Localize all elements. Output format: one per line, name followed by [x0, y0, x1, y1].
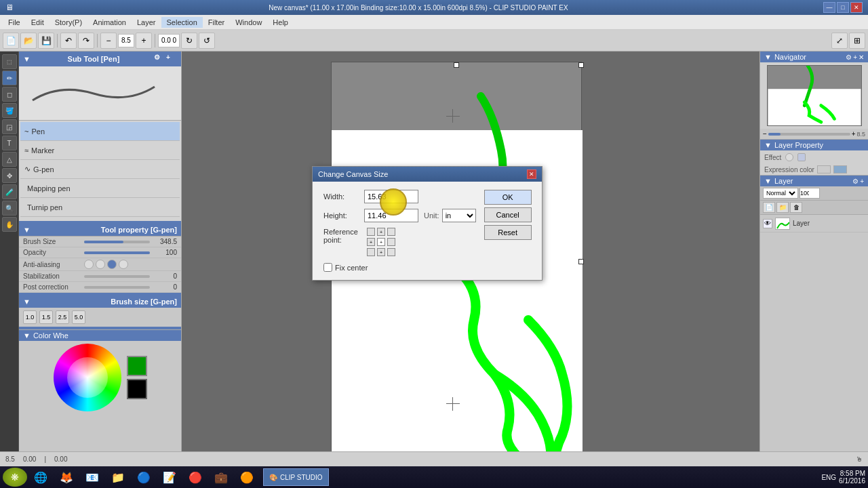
brush-item-marker[interactable]: ≈ Marker [20, 141, 180, 160]
eraser-tool[interactable]: ◻ [2, 87, 17, 102]
dialog-reset-button[interactable]: Reset [484, 225, 532, 240]
foreground-color[interactable] [127, 356, 147, 376]
bs-preset-4[interactable]: 5.0 [72, 310, 85, 324]
antialias-opt4[interactable] [119, 260, 128, 269]
dialog-close-button[interactable]: ✕ [527, 169, 536, 179]
expr-color-swatch1[interactable] [817, 165, 831, 174]
menu-selection[interactable]: Selection [161, 17, 203, 28]
layer-opacity-input[interactable] [800, 188, 820, 199]
handle-top[interactable] [454, 62, 459, 68]
move-tool[interactable]: ✥ [2, 168, 17, 183]
ref-pt-tl[interactable] [367, 228, 375, 236]
start-button[interactable]: ❋ [3, 468, 27, 487]
layer-visibility-icon[interactable]: 👁 [763, 219, 772, 228]
ref-pt-tr[interactable] [387, 228, 395, 236]
nav-add-btn[interactable]: + [853, 54, 857, 61]
layer-add-btn[interactable]: + [860, 178, 864, 185]
antialias-opt3[interactable] [107, 260, 117, 269]
dialog-unit-select[interactable]: in cm mm px [442, 209, 476, 222]
rotate-ccw-button[interactable]: ↺ [199, 33, 215, 49]
panels-button[interactable]: ⊞ [849, 33, 865, 49]
menu-filter[interactable]: Filter [203, 17, 230, 28]
fill-tool[interactable]: 🪣 [2, 103, 17, 118]
ref-pt-mr[interactable] [387, 238, 395, 246]
select-tool[interactable]: ⬚ [2, 54, 17, 69]
menu-story[interactable]: Story(P) [50, 17, 87, 28]
layer-settings-btn[interactable]: ⚙ [852, 178, 859, 185]
menu-edit[interactable]: Edit [26, 17, 50, 28]
antialias-opt1[interactable] [84, 260, 94, 269]
taskbar-app3[interactable]: 💼 [209, 468, 233, 487]
shape-tool[interactable]: △ [2, 152, 17, 167]
new-folder-btn[interactable]: 📁 [776, 202, 789, 213]
brush-item-mapping[interactable]: Mapping pen [20, 179, 180, 198]
dialog-cancel-button[interactable]: Cancel [484, 207, 532, 222]
rotate-cw-button[interactable]: ↻ [181, 33, 197, 49]
gradient-tool[interactable]: ◲ [2, 119, 17, 134]
angle-value[interactable]: 0.0 0 [158, 34, 180, 47]
taskbar-mail[interactable]: 📧 [80, 468, 104, 487]
ref-pt-bl[interactable] [367, 248, 375, 256]
nav-close-btn[interactable]: ✕ [859, 54, 864, 61]
prop-brush-size-slider[interactable] [84, 241, 150, 243]
zoom-in-button[interactable]: + [136, 33, 152, 49]
zoom-tool[interactable]: 🔍 [2, 201, 17, 216]
expr-color-swatch2[interactable] [833, 165, 847, 174]
menu-window[interactable]: Window [230, 17, 267, 28]
nav-zoom-out[interactable]: − [763, 130, 767, 138]
handle-top-right[interactable] [578, 62, 584, 68]
taskbar-files[interactable]: 📁 [106, 468, 130, 487]
handle-right[interactable] [578, 259, 584, 264]
taskbar-word[interactable]: 📝 [157, 468, 182, 487]
menu-file[interactable]: File [3, 17, 26, 28]
zoom-value[interactable]: 8.5 [118, 34, 134, 47]
undo-button[interactable]: ↶ [60, 33, 77, 49]
ref-pt-tc[interactable]: + [377, 228, 385, 236]
prop-postcorrect-slider[interactable] [84, 286, 150, 289]
taskbar-app4[interactable]: 🟠 [235, 468, 259, 487]
dialog-height-input[interactable] [364, 209, 418, 222]
redo-button[interactable]: ↷ [78, 33, 94, 49]
nav-zoom-in[interactable]: + [852, 130, 856, 138]
ref-pt-mc[interactable]: + [377, 238, 385, 246]
ref-pt-ml[interactable]: + [367, 238, 375, 246]
save-button[interactable]: 💾 [38, 33, 54, 49]
nav-settings-btn[interactable]: ⚙ [846, 54, 852, 61]
text-tool[interactable]: T [2, 136, 17, 150]
taskbar-firefox[interactable]: 🦊 [54, 468, 79, 487]
zoom-out-button[interactable]: − [100, 33, 117, 49]
menu-animation[interactable]: Animation [87, 17, 132, 28]
bs-preset-1[interactable]: 1.0 [23, 310, 37, 324]
minimize-button[interactable]: — [823, 2, 835, 13]
pen-tool[interactable]: ✏ [2, 70, 17, 85]
prop-opacity-slider[interactable] [84, 251, 150, 254]
sub-tool-add-btn[interactable]: + [166, 54, 177, 64]
ref-pt-br[interactable] [387, 248, 395, 256]
bs-preset-3[interactable]: 2.5 [56, 310, 69, 324]
prop-stab-slider[interactable] [84, 275, 150, 278]
brush-item-gpen[interactable]: ∿ G-pen [20, 160, 180, 179]
taskbar-chrome[interactable]: 🌐 [28, 468, 53, 487]
layer-blend-mode[interactable]: Normal [763, 188, 798, 199]
menu-help[interactable]: Help [267, 17, 294, 28]
open-button[interactable]: 📂 [20, 33, 37, 49]
eyedropper-tool[interactable]: 🧪 [2, 184, 17, 199]
taskbar-app1[interactable]: 🔵 [132, 468, 156, 487]
hand-tool[interactable]: ✋ [2, 217, 17, 232]
taskbar-active-app[interactable]: 🎨 CLIP STUDIO [263, 468, 329, 486]
dialog-width-input[interactable] [364, 190, 418, 203]
maximize-button[interactable]: □ [837, 2, 849, 13]
delete-layer-btn[interactable]: 🗑 [790, 202, 802, 213]
color-wheel[interactable] [54, 344, 121, 411]
antialias-opt2[interactable] [96, 260, 105, 269]
dialog-ok-button[interactable]: OK [484, 190, 532, 205]
brush-item-turnip[interactable]: Turnip pen [20, 198, 180, 217]
nav-zoom-slider[interactable] [768, 133, 850, 136]
new-file-button[interactable]: 📄 [3, 33, 19, 49]
ref-pt-bc[interactable]: + [377, 248, 385, 256]
fix-center-checkbox[interactable] [323, 263, 332, 272]
close-button[interactable]: ✕ [850, 2, 863, 13]
brush-item-pen[interactable]: ~ Pen [20, 122, 180, 141]
taskbar-app2[interactable]: 🔴 [183, 468, 208, 487]
background-color[interactable] [127, 379, 147, 399]
